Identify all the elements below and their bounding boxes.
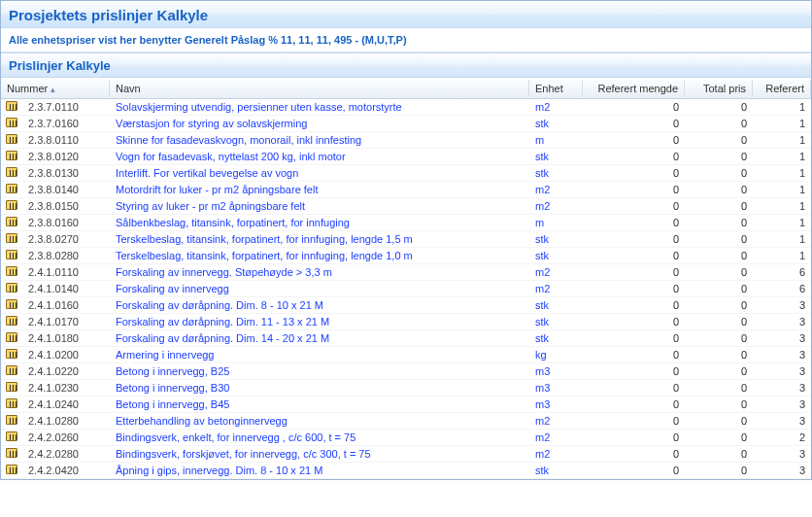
price-line-link[interactable]: Etterbehandling av betonginnervegg [116,415,288,427]
table-row[interactable]: 2.3.7.0160Værstasjon for styring av sola… [1,116,811,132]
col-header-enhet[interactable]: Enhet [529,80,583,97]
cell-enhet: stk [529,232,583,246]
table-row[interactable]: 2.3.8.0150Styring av luker - pr m2 åpnin… [1,198,811,215]
price-line-link[interactable]: Styring av luker - pr m2 åpningsbare fel… [116,200,305,212]
col-header-navn[interactable]: Navn [110,80,529,97]
price-line-link[interactable]: Bindingsverk, enkelt, for innervegg , c/… [116,431,355,443]
row-icon-cell [1,415,22,427]
cell-nummer: 2.4.2.0260 [22,431,110,444]
price-line-link[interactable]: Vogn for fasadevask, nyttelast 200 kg, i… [116,151,346,162]
cell-referert: 3 [753,364,811,378]
cell-nummer: 2.4.1.0230 [22,381,110,395]
cell-referert: 3 [753,381,811,395]
cell-referert-mengde: 0 [583,232,685,246]
price-line-link[interactable]: Armering i innervegg [116,349,215,361]
col-header-referert-mengde[interactable]: Referert mengde [583,80,685,97]
cell-total-pris: 0 [685,150,753,163]
cell-referert: 3 [753,464,811,477]
row-icon-cell [1,151,22,162]
cell-nummer: 2.4.1.0200 [22,348,110,362]
price-line-link[interactable]: Bindingsverk, forskjøvet, for innervegg,… [116,448,371,460]
grid-body: 2.3.7.0110Solavskjerming utvendig, persi… [1,99,811,479]
price-line-icon [6,415,17,425]
table-row[interactable]: 2.4.1.0200Armering i innerveggkg003 [1,347,811,363]
table-row[interactable]: 2.3.8.0160Sålbenkbeslag, titansink, forp… [1,215,811,231]
cell-referert-mengde: 0 [583,100,685,114]
table-row[interactable]: 2.4.2.0280Bindingsverk, forskjøvet, for … [1,446,811,463]
row-icon-cell [1,134,22,146]
price-line-link[interactable]: Åpning i gips, innervegg. Dim. 8 - 10 x … [116,465,322,476]
table-row[interactable]: 2.3.8.0130Interlift. For vertikal bevege… [1,165,811,182]
col-header-total-pris[interactable]: Total pris [685,80,753,97]
table-row[interactable]: 2.4.1.0230Betong i innervegg, B30m3003 [1,380,811,396]
cell-referert-mengde: 0 [583,183,685,196]
col-header-nummer[interactable]: Nummer▴ [1,80,110,97]
cell-navn: Skinne for fasadevaskvogn, monorail, ink… [110,133,529,147]
row-icon-cell [1,431,22,443]
table-row[interactable]: 2.4.1.0140Forskaling av innerveggm2006 [1,281,811,297]
price-line-icon [6,167,17,177]
cell-navn: Bindingsverk, enkelt, for innervegg , c/… [110,431,529,444]
price-line-link[interactable]: Værstasjon for styring av solavskjerming [116,118,307,129]
price-line-link[interactable]: Betong i innervegg, B25 [116,365,229,377]
table-row[interactable]: 2.3.7.0110Solavskjerming utvendig, persi… [1,99,811,116]
cell-total-pris: 0 [685,232,753,246]
cell-referert-mengde: 0 [583,166,685,180]
table-row[interactable]: 2.4.2.0420Åpning i gips, innervegg. Dim.… [1,463,811,479]
table-row[interactable]: 2.3.8.0140Motordrift for luker - pr m2 å… [1,182,811,198]
price-line-link[interactable]: Betong i innervegg, B45 [116,398,229,410]
price-line-link[interactable]: Terskelbeslag, titansink, forpatinert, f… [116,250,413,261]
price-line-link[interactable]: Motordrift for luker - pr m2 åpningsbare… [116,184,318,195]
cell-referert-mengde: 0 [583,464,685,477]
price-line-icon [6,250,17,259]
table-row[interactable]: 2.3.8.0110Skinne for fasadevaskvogn, mon… [1,132,811,149]
price-line-icon [6,283,17,293]
price-line-link[interactable]: Sålbenkbeslag, titansink, forpatinert, f… [116,217,350,228]
cell-referert: 3 [753,315,811,328]
cell-nummer: 2.3.8.0110 [22,133,110,147]
price-line-link[interactable]: Solavskjerming utvendig, persienner uten… [116,101,402,113]
cell-total-pris: 0 [685,282,753,295]
cell-navn: Forskaling av døråpning. Dim. 11 - 13 x … [110,315,529,328]
cell-referert-mengde: 0 [583,133,685,147]
table-row[interactable]: 2.4.1.0170Forskaling av døråpning. Dim. … [1,314,811,330]
cell-total-pris: 0 [685,298,753,312]
price-line-link[interactable]: Skinne for fasadevaskvogn, monorail, ink… [116,134,361,146]
table-row[interactable]: 2.4.1.0110Forskaling av innervegg. Støpe… [1,264,811,281]
col-header-referert[interactable]: Referert [753,80,811,97]
price-line-link[interactable]: Forskaling av døråpning. Dim. 8 - 10 x 2… [116,299,323,311]
table-row[interactable]: 2.3.8.0270Terskelbeslag, titansink, forp… [1,231,811,248]
table-row[interactable]: 2.3.8.0280Terskelbeslag, titansink, forp… [1,248,811,264]
cell-enhet: stk [529,150,583,163]
table-row[interactable]: 2.4.1.0180Forskaling av døråpning. Dim. … [1,330,811,347]
cell-enhet: m3 [529,397,583,411]
cell-referert: 1 [753,117,811,130]
cell-navn: Etterbehandling av betonginnervegg [110,414,529,428]
table-row[interactable]: 2.3.8.0120Vogn for fasadevask, nyttelast… [1,149,811,165]
title-bar: Prosjektets prislinjer Kalkyle [1,1,811,28]
cell-nummer: 2.4.1.0180 [22,331,110,345]
price-line-link[interactable]: Forskaling av innervegg [116,283,229,294]
price-grid: Nummer▴ Navn Enhet Referert mengde Total… [1,78,811,479]
price-line-link[interactable]: Interlift. For vertikal bevegelse av vog… [116,167,298,179]
price-line-link[interactable]: Forskaling av innervegg. Støpehøyde > 3,… [116,266,332,278]
row-icon-cell [1,448,22,460]
cell-navn: Sålbenkbeslag, titansink, forpatinert, f… [110,216,529,229]
cell-enhet: m2 [529,414,583,428]
price-line-link[interactable]: Terskelbeslag, titansink, forpatinert, f… [116,233,413,245]
table-row[interactable]: 2.4.1.0220Betong i innervegg, B25m3003 [1,363,811,380]
cell-nummer: 2.4.2.0280 [22,447,110,461]
price-line-link[interactable]: Forskaling av døråpning. Dim. 11 - 13 x … [116,316,329,327]
cell-enhet: m2 [529,183,583,196]
row-icon-cell [1,217,22,228]
table-row[interactable]: 2.4.1.0280Etterbehandling av betonginner… [1,413,811,430]
table-row[interactable]: 2.4.1.0240Betong i innervegg, B45m3003 [1,396,811,413]
table-row[interactable]: 2.4.2.0260Bindingsverk, enkelt, for inne… [1,430,811,446]
cell-referert-mengde: 0 [583,216,685,229]
price-line-link[interactable]: Betong i innervegg, B30 [116,382,229,394]
sort-asc-icon: ▴ [51,85,55,94]
cell-referert-mengde: 0 [583,249,685,262]
table-row[interactable]: 2.4.1.0160Forskaling av døråpning. Dim. … [1,297,811,314]
cell-referert: 6 [753,282,811,295]
price-line-link[interactable]: Forskaling av døråpning. Dim. 14 - 20 x … [116,332,329,344]
